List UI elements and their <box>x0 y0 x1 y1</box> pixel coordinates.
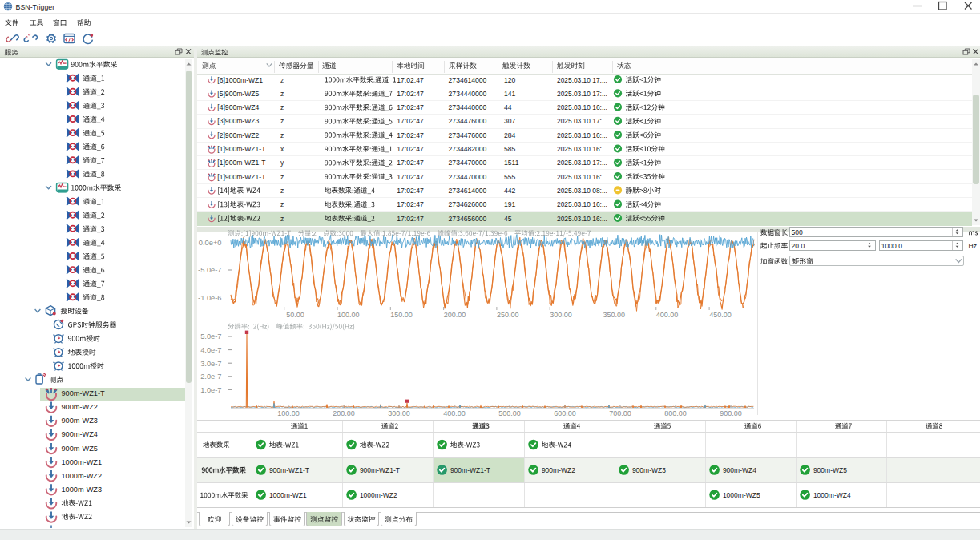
svg-text:2734626000: 2734626000 <box>449 200 487 208</box>
svg-text:700.00: 700.00 <box>609 409 631 417</box>
svg-text:[1]900m-WZ1-T: [1]900m-WZ1-T <box>217 159 266 167</box>
svg-text:1000m-WZ2: 1000m-WZ2 <box>62 472 103 480</box>
svg-text:150.00: 150.00 <box>390 311 413 319</box>
svg-text:450.00: 450.00 <box>709 311 732 319</box>
svg-text:141: 141 <box>504 90 516 98</box>
svg-text:600.00: 600.00 <box>554 409 576 417</box>
svg-text:45: 45 <box>504 215 512 223</box>
svg-text:2025.03.10 16:...: 2025.03.10 16:... <box>557 131 607 139</box>
svg-text:-1.0e-6: -1.0e-6 <box>198 294 221 302</box>
svg-text:1000.0: 1000.0 <box>881 242 903 250</box>
svg-text:2025.03.10 16:...: 2025.03.10 16:... <box>557 145 607 153</box>
svg-text:z: z <box>280 76 284 84</box>
svg-text:900m-WZ2: 900m-WZ2 <box>62 403 98 411</box>
svg-text:44: 44 <box>504 103 512 111</box>
svg-text:900m-WZ1-T: 900m-WZ1-T <box>269 466 309 474</box>
svg-text:[1]900m-WZ1-T: [1]900m-WZ1-T <box>217 145 266 153</box>
svg-text:500.00: 500.00 <box>498 409 521 417</box>
svg-text:[4]900m-WZ4: [4]900m-WZ4 <box>217 103 259 111</box>
svg-text:1000m-WZ1: 1000m-WZ1 <box>62 458 103 466</box>
svg-text:17:02:47: 17:02:47 <box>397 187 424 195</box>
svg-text:2734440000: 2734440000 <box>449 90 487 98</box>
svg-text:x: x <box>280 145 284 153</box>
svg-text:2025.03.10 17:...: 2025.03.10 17:... <box>557 76 607 84</box>
svg-text:900m-WZ3: 900m-WZ3 <box>62 417 98 425</box>
svg-text:300.00: 300.00 <box>388 409 410 417</box>
svg-text:2025.03.10 16:...: 2025.03.10 16:... <box>557 103 607 111</box>
svg-text:1511: 1511 <box>504 159 519 167</box>
svg-text:z: z <box>280 173 284 181</box>
svg-text:[1]900m-WZ1-T: [1]900m-WZ1-T <box>217 173 266 181</box>
svg-text:555: 555 <box>504 173 516 181</box>
svg-text:400.00: 400.00 <box>656 311 679 319</box>
svg-text:2734440000: 2734440000 <box>449 103 487 111</box>
svg-text:3.0e-7: 3.0e-7 <box>200 360 221 368</box>
svg-text:50.00: 50.00 <box>286 311 304 319</box>
svg-text:2025.03.10 16:...: 2025.03.10 16:... <box>557 173 607 181</box>
svg-text:900m-WZ2: 900m-WZ2 <box>542 466 575 474</box>
svg-text:2025.03.10 17:...: 2025.03.10 17:... <box>557 159 607 167</box>
svg-text:900m-WZ5: 900m-WZ5 <box>813 466 847 474</box>
svg-text:0.0e+0: 0.0e+0 <box>199 239 222 247</box>
svg-text:17:02:47: 17:02:47 <box>397 90 424 98</box>
svg-text:2025.03.10 16:...: 2025.03.10 16:... <box>557 215 607 223</box>
svg-text:2025.03.10 17:...: 2025.03.10 17:... <box>557 90 607 98</box>
svg-text:400.00: 400.00 <box>443 409 466 417</box>
svg-text:1000m-WZ2: 1000m-WZ2 <box>360 491 397 499</box>
svg-text:900m-WZ4: 900m-WZ4 <box>62 430 98 438</box>
svg-text:191: 191 <box>504 200 516 208</box>
svg-text:1000m-WZ5: 1000m-WZ5 <box>723 491 760 499</box>
svg-text:442: 442 <box>504 187 516 195</box>
svg-text:z: z <box>280 117 284 125</box>
svg-text:5.0e-7: 5.0e-7 <box>200 332 221 341</box>
svg-text:Hz: Hz <box>969 242 978 250</box>
svg-text:BSN-Trigger: BSN-Trigger <box>16 3 55 11</box>
svg-text:z: z <box>280 187 284 195</box>
svg-text:17:02:47: 17:02:47 <box>397 117 424 125</box>
svg-text:200.00: 200.00 <box>333 409 355 417</box>
svg-text:800.00: 800.00 <box>664 409 687 417</box>
svg-text:z: z <box>280 200 284 208</box>
svg-text:2734656000: 2734656000 <box>449 215 487 223</box>
svg-text:2734482000: 2734482000 <box>449 145 487 153</box>
svg-text:1.0e-7: 1.0e-7 <box>200 386 221 394</box>
svg-text:500: 500 <box>792 228 804 236</box>
svg-text:200.00: 200.00 <box>444 311 466 319</box>
svg-text:z: z <box>280 90 284 98</box>
svg-text:17:02:47: 17:02:47 <box>397 159 424 167</box>
svg-text:2025.03.10 17:...: 2025.03.10 17:... <box>557 117 607 125</box>
svg-text:17:02:47: 17:02:47 <box>397 76 424 84</box>
svg-text:1000m-WZ3: 1000m-WZ3 <box>62 486 103 494</box>
svg-text:900m-WZ5: 900m-WZ5 <box>62 445 98 453</box>
svg-text:307: 307 <box>504 117 516 125</box>
svg-text:17:02:47: 17:02:47 <box>397 103 424 111</box>
svg-text:-5.0e-7: -5.0e-7 <box>198 266 221 274</box>
svg-text:284: 284 <box>504 131 516 139</box>
svg-text:900m-WZ1-T: 900m-WZ1-T <box>360 466 400 474</box>
svg-text:20.0: 20.0 <box>792 242 805 250</box>
svg-text:17:02:47: 17:02:47 <box>397 145 424 153</box>
svg-text:17:02:47: 17:02:47 <box>397 173 424 181</box>
svg-text:300.00: 300.00 <box>550 311 572 319</box>
svg-text:z: z <box>280 103 284 111</box>
svg-text:[3]900m-WZ3: [3]900m-WZ3 <box>217 117 259 125</box>
svg-text:2734614000: 2734614000 <box>449 76 487 84</box>
svg-text:[6]1000m-WZ1: [6]1000m-WZ1 <box>217 76 263 84</box>
svg-text:900m-WZ3: 900m-WZ3 <box>632 466 666 474</box>
svg-text:[2]900m-WZ2: [2]900m-WZ2 <box>217 131 259 139</box>
svg-text:17:02:47: 17:02:47 <box>397 215 424 223</box>
svg-text:350.00: 350.00 <box>603 311 626 319</box>
svg-text:17:02:47: 17:02:47 <box>397 131 424 139</box>
svg-text:900m-WZ4: 900m-WZ4 <box>723 466 756 474</box>
svg-text:100.00: 100.00 <box>337 311 360 319</box>
svg-text:2734476000: 2734476000 <box>449 131 487 139</box>
svg-text:y: y <box>280 159 284 167</box>
svg-text:2734470000: 2734470000 <box>449 159 487 167</box>
svg-text:585: 585 <box>504 145 516 153</box>
svg-text:900m-WZ1-T: 900m-WZ1-T <box>450 466 490 474</box>
svg-text:900.00: 900.00 <box>720 409 742 417</box>
svg-text:2025.03.10 16:...: 2025.03.10 16:... <box>557 200 607 208</box>
svg-text:250.00: 250.00 <box>497 311 519 319</box>
svg-text:2.0e-7: 2.0e-7 <box>200 373 221 381</box>
svg-text:2734470000: 2734470000 <box>449 173 487 181</box>
